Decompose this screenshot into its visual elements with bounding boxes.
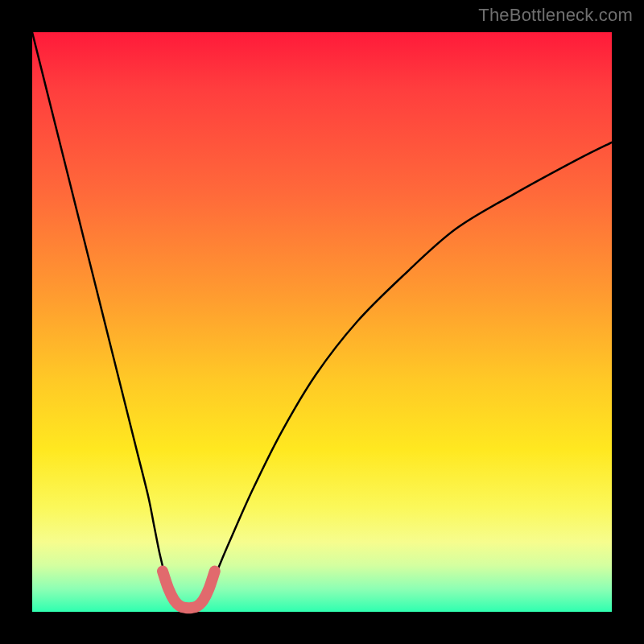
series-left-branch — [32, 32, 177, 606]
chart-frame: TheBottleneck.com — [0, 0, 644, 644]
valley-highlight — [163, 572, 215, 609]
watermark-text: TheBottleneck.com — [478, 5, 633, 26]
series-right-branch — [200, 142, 612, 606]
plot-area — [32, 32, 612, 612]
series-group — [32, 32, 612, 609]
curve-layer — [32, 32, 612, 612]
valley-highlight-path — [163, 572, 215, 609]
